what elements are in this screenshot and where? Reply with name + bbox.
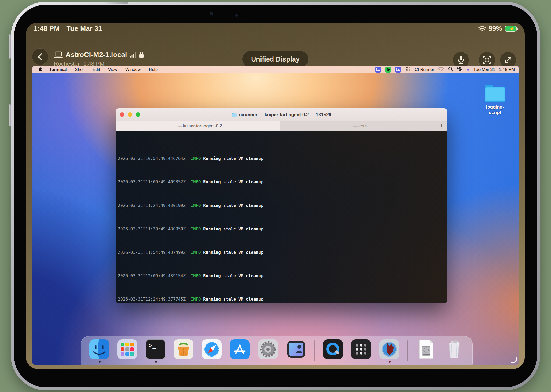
dock-disk-image-file[interactable] xyxy=(416,339,436,359)
disk-image-file-icon xyxy=(416,339,436,359)
unified-display-button[interactable]: Unified Display xyxy=(242,51,309,68)
terminal-titlebar[interactable]: cirunner — kuiper-tart-agent-0.2 — 131×2… xyxy=(116,108,447,121)
apple-menu[interactable] xyxy=(38,66,42,73)
close-window-button[interactable] xyxy=(120,112,124,117)
screen-sharing-menu-icon-2[interactable] xyxy=(395,67,401,73)
dock-safari[interactable] xyxy=(202,339,222,359)
lock-icon xyxy=(139,51,144,58)
remote-desktop-app-screen: 1:48 PMTue Mar 31 99% ⚡ xyxy=(26,23,525,369)
new-tab-button[interactable]: + xyxy=(436,121,447,131)
status-dot xyxy=(467,69,469,71)
dock-finder[interactable] xyxy=(89,339,109,359)
trash-icon xyxy=(444,339,464,359)
log-line: 2026-03-31T11:24:49.430199ZINFORunning s… xyxy=(118,203,447,209)
back-button[interactable] xyxy=(32,48,48,65)
running-indicator xyxy=(99,361,101,363)
folder-icon xyxy=(483,83,507,102)
search-menu-icon[interactable] xyxy=(448,67,453,73)
tab-kuiper-tart-agent[interactable]: ~ — kuiper-tart-agent-0.2 xyxy=(116,121,280,131)
dock-divider xyxy=(314,340,315,361)
camera-sensor xyxy=(235,14,238,17)
tab-zsh[interactable]: ~ — -zsh … xyxy=(280,121,436,131)
dock-trash[interactable] xyxy=(444,339,464,359)
dock: >_ xyxy=(81,336,473,365)
app-store-icon xyxy=(230,339,250,359)
status-bar: 1:48 PMTue Mar 31 99% ⚡ xyxy=(26,25,525,33)
dock-launchpad[interactable] xyxy=(117,339,137,359)
dock-system-settings[interactable] xyxy=(258,339,278,359)
wolf-agent-app-icon xyxy=(379,339,399,359)
dock-app-store[interactable] xyxy=(230,339,250,359)
log-line: 2026-03-31T11:39:49.430950ZINFORunning s… xyxy=(118,226,447,232)
running-indicator xyxy=(155,361,157,363)
dock-tart[interactable] xyxy=(174,339,193,359)
volume-button-up xyxy=(9,34,11,59)
running-indicator xyxy=(389,361,391,363)
agent-dog-menu-icon[interactable] xyxy=(385,67,391,73)
host-name: AstroCI-M2-1.local xyxy=(66,51,127,59)
expand-arrows-icon xyxy=(504,56,512,64)
terminal-tabbar: ~ — kuiper-tart-agent-0.2 ~ — -zsh … + xyxy=(116,121,447,131)
battery-icon: ⚡ xyxy=(505,26,517,32)
dots-grid-menu-icon[interactable] xyxy=(405,66,411,73)
menu-window[interactable]: Window xyxy=(125,67,141,72)
screen-sharing-menu-icon[interactable] xyxy=(375,67,381,73)
wifi-menu-icon[interactable] xyxy=(438,67,444,73)
unified-display-label: Unified Display xyxy=(251,55,300,63)
status-time: 1:48 PM xyxy=(34,25,60,32)
remote-macos-display: Terminal Shell Edit View Window Help xyxy=(32,66,519,365)
quicktime-icon xyxy=(323,339,343,359)
chevron-left-icon xyxy=(37,53,44,61)
dock-terminal[interactable]: >_ xyxy=(146,339,165,359)
menubar-date: Tue Mar 31 xyxy=(473,67,495,72)
menu-shell[interactable]: Shell xyxy=(75,67,85,72)
signal-bars-icon xyxy=(130,52,136,58)
dock-numeric-pad-app[interactable] xyxy=(351,339,371,359)
dock-quicktime[interactable] xyxy=(323,339,343,359)
connection-header: AstroCI-M2-1.local Rochester1:48 PM xyxy=(26,35,525,60)
power-button xyxy=(105,2,128,4)
front-camera xyxy=(210,12,213,15)
tab-overflow-button[interactable]: … xyxy=(428,123,432,129)
menu-view[interactable]: View xyxy=(108,67,117,72)
dock-divider xyxy=(407,340,408,361)
tart-cupcake-icon xyxy=(174,339,193,359)
minimize-window-button[interactable] xyxy=(128,112,132,117)
menubar-time: 1:48 PM xyxy=(499,67,515,72)
desktop-folder-logging-script[interactable]: logging-script xyxy=(483,83,507,115)
log-line: 2026-03-31T11:54:49.437499ZINFORunning s… xyxy=(118,250,447,256)
dock-wolf-agent-app[interactable] xyxy=(379,339,399,359)
terminal-window[interactable]: cirunner — kuiper-tart-agent-0.2 — 131×2… xyxy=(116,108,447,303)
macos-menubar: Terminal Shell Edit View Window Help xyxy=(32,66,519,73)
log-line: 2026-03-31T10:54:49.446764ZINFORunning s… xyxy=(118,156,447,162)
dock-screen-sharing[interactable] xyxy=(286,339,306,359)
svg-text:>_: >_ xyxy=(149,342,156,349)
wifi-icon xyxy=(478,26,486,32)
microphone-icon xyxy=(457,56,464,64)
menu-help[interactable]: Help xyxy=(149,67,158,72)
log-line: 2026-03-31T12:09:49.439154ZINFORunning s… xyxy=(118,273,447,279)
terminal-app-icon: >_ xyxy=(146,339,165,359)
screen-sharing-app-icon xyxy=(286,339,306,359)
control-center-menu-icon[interactable] xyxy=(457,67,463,72)
status-date: Tue Mar 31 xyxy=(67,25,102,32)
battery-percent: 99% xyxy=(489,25,502,33)
folder-label: logging-script xyxy=(483,105,507,115)
laptop-icon xyxy=(54,51,63,58)
ci-runner-status-item[interactable]: CI Runner xyxy=(415,67,434,72)
status-clock: 1:48 PMTue Mar 31 xyxy=(34,25,102,33)
page: 1:48 PMTue Mar 31 99% ⚡ xyxy=(0,0,551,392)
zoom-window-button[interactable] xyxy=(136,112,140,117)
terminal-body[interactable]: 2026-03-31T10:54:49.446764ZINFORunning s… xyxy=(116,131,447,303)
proxy-folder-icon xyxy=(232,113,237,117)
launchpad-icon xyxy=(117,339,137,359)
menubar-clock[interactable]: Tue Mar 31 1:48 PM xyxy=(473,67,515,72)
tab-label: ~ — -zsh xyxy=(349,124,367,129)
window-title-text: cirunner — kuiper-tart-agent-0.2 — 131×2… xyxy=(239,112,331,117)
terminal-log: 2026-03-31T10:54:49.446764ZINFORunning s… xyxy=(118,144,447,303)
menu-terminal[interactable]: Terminal xyxy=(49,67,67,72)
safari-icon xyxy=(202,339,222,359)
menu-edit[interactable]: Edit xyxy=(93,67,100,72)
finder-icon xyxy=(89,339,109,359)
log-line: 2026-03-31T11:09:49.409352ZINFORunning s… xyxy=(118,179,447,185)
